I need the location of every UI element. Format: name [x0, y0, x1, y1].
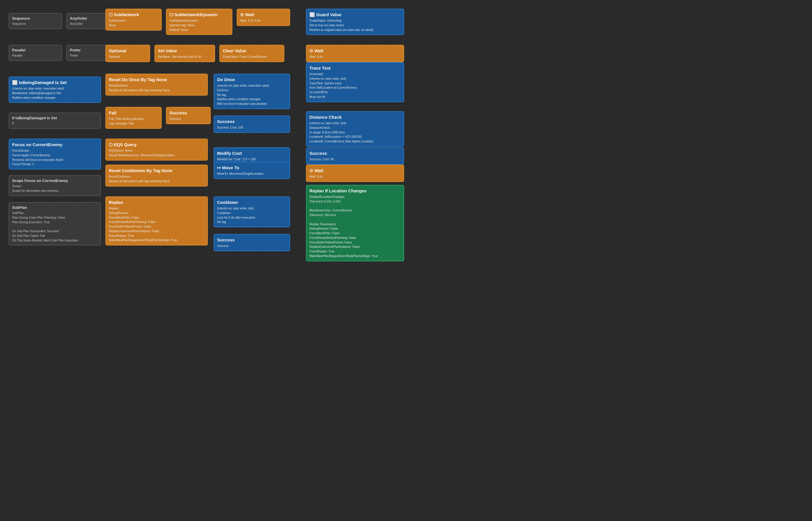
modifycost-title: Modify Cost [217, 150, 287, 156]
doonce-sub: (checks on: plan enter, execution start)… [217, 84, 287, 106]
optional-node[interactable]: Optional Optional [105, 45, 150, 62]
replan-node[interactable]: Replan Replan:DebugReason:ForceAbortPlan… [105, 196, 208, 246]
wait3-node[interactable]: ⊙ Wait Wait: 5.0s [306, 165, 404, 182]
clearvalue-title: Clear Value [223, 48, 281, 54]
subnetworkdynamic-node[interactable]: ⬡ SubNetworkDynamic SubNetworkDynamic:In… [166, 9, 232, 35]
success4-title: Success [217, 237, 287, 243]
subplan-node[interactable]: SubPlan SubPlan:Plan During Outer Plan P… [9, 202, 101, 246]
clearvalue-sub: ClearValue: Clear CurrentEnemy [223, 54, 281, 59]
cooldown-sub: (checks on: plan enter, tick)Cooldown:Lo… [217, 206, 287, 224]
success3-title: Success [309, 150, 401, 156]
success4-sub: Success [217, 244, 287, 248]
isbeingdamaged-sub: (checks on: plan enter, execution start)… [12, 86, 98, 100]
eqsquery-node[interactable]: ⬡ EQS Query EQSQuery: NoneResult Blackbo… [105, 139, 208, 161]
resetcooldowns-title: Reset Cooldowns By Tag None [109, 167, 205, 174]
isbeingdamaged-title: ⬜ IsBeingDamaged Is Set [12, 80, 98, 86]
doonce-title: Do Once [217, 76, 287, 83]
setvalue-node[interactable]: Set Value SetValue: Set AmmoCount to 30 [154, 45, 215, 62]
tracetest-node[interactable]: Trace Test (inversed)(checks on: plan en… [306, 62, 404, 102]
focus-sub: FocusScope:Focus target: CurrentEnemyRes… [12, 149, 98, 167]
sequence-title: Sequence [12, 16, 58, 21]
scopefocus-title: Scope Focus on CurrentEnemy [12, 178, 98, 183]
resetdoonce-sub: ResetDoOnce:Resets all decorators with t… [109, 84, 205, 93]
scopefocus-node[interactable]: Scope Focus on CurrentEnemy Scope:Scope … [9, 175, 101, 196]
parallel-node[interactable]: Parallel Parallel [9, 45, 62, 61]
success2-node[interactable]: Success Success: Cost: 100 [214, 115, 290, 133]
subnetworkdynamic-title: ⬡ SubNetworkDynamic [169, 12, 229, 18]
wait3-title: ⊙ Wait [309, 167, 401, 174]
eqsquery-title: ⬡ EQS Query [109, 141, 205, 148]
wait1-sub: Wait: 2.0+-0.5s [240, 19, 287, 23]
tracetest-title: Trace Test [309, 65, 401, 71]
cooldown-node[interactable]: Cooldown (checks on: plan enter, tick)Co… [214, 196, 290, 227]
cooldown-title: Cooldown [217, 199, 287, 205]
guardvalue-node[interactable]: ⬜ Guard Value GuardValue: IsShootingSet … [306, 9, 404, 35]
replan-sub: Replan:DebugReason:ForceAbortPlan: False… [109, 206, 205, 243]
replanifchanges-sub: ReplanIfLocationChanges:Tick every 0.15s… [309, 195, 401, 258]
subnetworkdynamic-sub: SubNetworkDynamic:Injection tag: NoneDef… [169, 19, 229, 32]
wait2-sub: Wait: 5.0s [309, 54, 401, 59]
guardvalue-title: ⬜ Guard Value [309, 12, 401, 18]
subnetwork-node[interactable]: ⬡ SubNetwork SubNetwork:None [105, 9, 162, 30]
moveto-title: ↦ Move To [217, 165, 287, 171]
optional-title: Optional [109, 48, 147, 54]
distancecheck-title: Distance Check [309, 114, 401, 120]
parallel-title: Parallel [12, 48, 58, 53]
sequence-sub: Sequence [12, 22, 58, 26]
ifisbeingdamaged-sub: If [12, 121, 98, 126]
clearvalue-node[interactable]: Clear Value ClearValue: Clear CurrentEne… [219, 45, 284, 62]
fail-node[interactable]: Fail Fail: Fails during planningLog mess… [105, 107, 162, 129]
wait2-node[interactable]: ⊙ Wait Wait: 5.0s [306, 45, 404, 62]
guardvalue-sub: GuardValue: IsShootingSet to true (on pl… [309, 19, 401, 32]
sequence-node[interactable]: Sequence Sequence [9, 13, 62, 29]
optional-sub: Optional [109, 54, 147, 59]
resetcooldowns-sub: ResetCooldown:Resets all decorators with… [109, 175, 205, 184]
subnetwork-sub: SubNetwork:None [109, 19, 158, 28]
distancecheck-node[interactable]: Distance Check (checks on: plan enter, t… [306, 111, 404, 147]
replanifchanges-node[interactable]: Replan If Location Changes ReplanIfLocat… [306, 185, 404, 262]
resetcooldowns-node[interactable]: Reset Cooldowns By Tag None ResetCooldow… [105, 165, 208, 186]
success3-sub: Success: Cost: 50 [309, 157, 401, 162]
focus-title: Focus on CurrentEnemy [12, 141, 98, 148]
doonce-node[interactable]: Do Once (checks on: plan enter, executio… [214, 74, 290, 109]
resetdoonce-title: Reset Do Once By Tag None [109, 76, 205, 83]
tracetest-sub: (inversed)(checks on: plan enter, tick)T… [309, 72, 401, 99]
fail-sub: Fail: Fails during planningLog message: … [109, 117, 158, 126]
subplan-title: SubPlan [12, 205, 98, 210]
wait2-title: ⊙ Wait [309, 48, 401, 54]
parallel-sub: Parallel [12, 53, 58, 58]
moveto-sub: MoveTo: MovementTargetLocation [217, 172, 287, 176]
eqsquery-sub: EQSQuery: NoneResult Blackboard key: Mov… [109, 149, 205, 158]
replanifchanges-title: Replan If Location Changes [309, 188, 401, 194]
success1-sub: Success [169, 117, 207, 121]
scopefocus-sub: Scope:Scope for decorators and services. [12, 184, 98, 193]
success4-node[interactable]: Success Success [214, 234, 290, 251]
ifisbeingdamaged-node[interactable]: If IsBeingDamaged Is Set If [9, 113, 101, 129]
replan-title: Replan [109, 199, 205, 205]
success1-node[interactable]: Success Success [166, 107, 211, 124]
wait3-sub: Wait: 5.0s [309, 175, 401, 179]
ifisbeingdamaged-title: If IsBeingDamaged Is Set [12, 115, 98, 121]
isbeingdamaged-node[interactable]: ⬜ IsBeingDamaged Is Set (checks on: plan… [9, 76, 101, 103]
success2-title: Success [217, 118, 287, 124]
success2-sub: Success: Cost: 100 [217, 125, 287, 130]
focus-node[interactable]: Focus on CurrentEnemy FocusScope:Focus t… [9, 139, 101, 169]
fail-title: Fail [109, 110, 158, 116]
wait1-title: ⊙ Wait [240, 12, 287, 18]
success3-node[interactable]: Success Success: Cost: 50 [306, 147, 404, 165]
setvalue-sub: SetValue: Set AmmoCount to 30 [158, 54, 212, 59]
modifycost-sub: ModifyCost: Cost * 2.0 + 100 [217, 157, 287, 162]
subnetwork-title: ⬡ SubNetwork [109, 12, 158, 18]
success1-title: Success [169, 110, 207, 116]
wait1-node[interactable]: ⊙ Wait Wait: 2.0+-0.5s [237, 9, 290, 26]
setvalue-title: Set Value [158, 48, 212, 54]
moveto-node[interactable]: ↦ Move To MoveTo: MovementTargetLocation [214, 162, 290, 179]
distancecheck-sub: (checks on: plan enter, tick)DistanceChe… [309, 121, 401, 144]
subplan-sub: SubPlan:Plan During Outer Plan Planning:… [12, 211, 98, 243]
resetdoonce-node[interactable]: Reset Do Once By Tag None ResetDoOnce:Re… [105, 74, 208, 96]
